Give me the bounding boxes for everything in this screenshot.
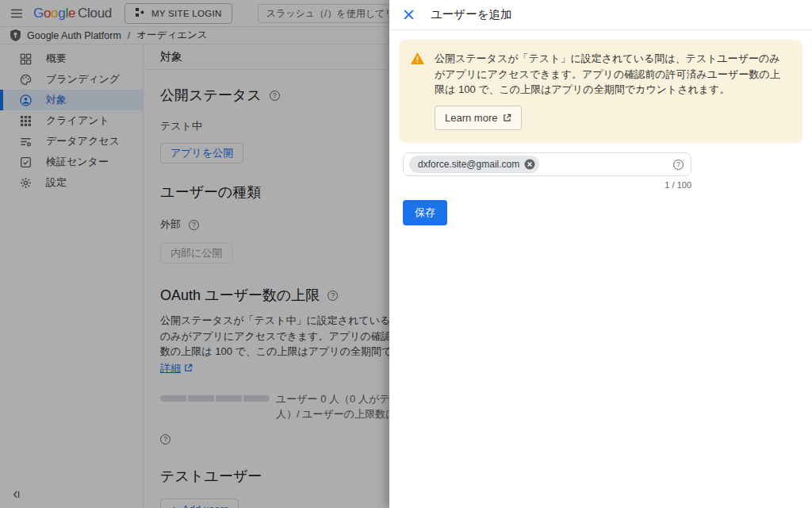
google-cloud-console: GoogleCloud MY SITE LOGIN Google Auth Pl… [0,0,812,508]
warning-triangle-icon [411,52,424,130]
email-chip: dxforce.site@gmail.com [409,156,539,173]
external-link-icon [503,114,511,122]
learn-more-button[interactable]: Learn more [435,106,522,131]
chip-remove-icon[interactable] [524,159,535,170]
test-mode-warning-banner: 公開ステータスが「テスト」に設定されている間は、テストユーザーのみがアプリにアク… [399,40,802,143]
add-users-panel: ユーザーを追加 公開ステータスが「テスト」に設定されている間は、テストユーザーの… [389,0,812,508]
save-button[interactable]: 保存 [403,200,447,225]
add-users-email-input[interactable]: dxforce.site@gmail.com ? [403,152,691,176]
email-chip-text: dxforce.site@gmail.com [418,159,519,170]
warning-text: 公開ステータスが「テスト」に設定されている間は、テストユーザーのみがアプリにアク… [435,51,790,98]
panel-header: ユーザーを追加 [389,0,812,30]
close-icon[interactable] [403,9,415,21]
email-input-help-icon[interactable]: ? [673,160,684,170]
panel-title: ユーザーを追加 [431,7,512,22]
user-count-counter: 1 / 100 [403,180,691,190]
warning-body: 公開ステータスが「テスト」に設定されている間は、テストユーザーのみがアプリにアク… [435,51,790,130]
